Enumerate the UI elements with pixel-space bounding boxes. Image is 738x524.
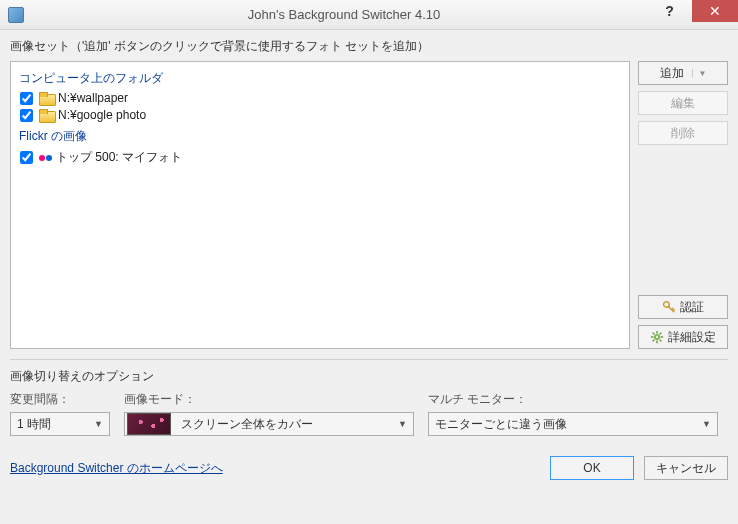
window-title: John's Background Switcher 4.10 xyxy=(30,7,738,22)
help-button[interactable]: ? xyxy=(647,0,692,22)
list-item-label: N:¥wallpaper xyxy=(58,91,128,105)
svg-line-8 xyxy=(660,333,662,335)
homepage-link[interactable]: Background Switcher のホームページへ xyxy=(10,460,223,477)
sets-section-label: 画像セット（'追加' ボタンのクリックで背景に使用するフォト セットを追加） xyxy=(10,38,728,55)
chevron-down-icon: ▼ xyxy=(692,69,707,78)
svg-line-7 xyxy=(660,340,662,342)
mode-combo[interactable]: スクリーン全体をカバー ▼ xyxy=(124,412,414,436)
cancel-button[interactable]: キャンセル xyxy=(644,456,728,480)
gear-icon xyxy=(650,330,664,344)
chevron-down-icon: ▼ xyxy=(94,419,103,429)
auth-button-label: 認証 xyxy=(680,299,704,316)
list-item-checkbox[interactable] xyxy=(20,109,33,122)
key-icon xyxy=(662,300,676,314)
folder-icon xyxy=(39,92,54,104)
mode-value: スクリーン全体をカバー xyxy=(181,416,313,433)
svg-point-0 xyxy=(664,302,670,308)
add-button-label: 追加 xyxy=(660,65,684,82)
title-bar: John's Background Switcher 4.10 ? ✕ xyxy=(0,0,738,30)
edit-button-label: 編集 xyxy=(671,95,695,112)
image-sets-list[interactable]: コンピュータ上のフォルダ N:¥wallpaper N:¥google phot… xyxy=(10,61,630,349)
monitor-value: モニターごとに違う画像 xyxy=(435,416,567,433)
app-icon xyxy=(8,7,24,23)
list-item[interactable]: トップ 500: マイフォト xyxy=(19,149,621,166)
list-item[interactable]: N:¥wallpaper xyxy=(19,91,621,105)
flickr-icon xyxy=(39,155,52,161)
close-button[interactable]: ✕ xyxy=(692,0,738,22)
add-button[interactable]: 追加 ▼ xyxy=(638,61,728,85)
auth-button[interactable]: 認証 xyxy=(638,295,728,319)
options-section-label: 画像切り替えのオプション xyxy=(10,368,728,385)
chevron-down-icon: ▼ xyxy=(398,419,407,429)
svg-point-10 xyxy=(656,336,658,338)
ok-button[interactable]: OK xyxy=(550,456,634,480)
interval-combo[interactable]: 1 時間 ▼ xyxy=(10,412,110,436)
monitor-label: マルチ モニター： xyxy=(428,391,718,408)
svg-line-6 xyxy=(653,333,655,335)
svg-line-9 xyxy=(653,340,655,342)
window-controls: ? ✕ xyxy=(647,0,738,22)
advanced-button[interactable]: 詳細設定 xyxy=(638,325,728,349)
interval-value: 1 時間 xyxy=(17,416,51,433)
monitor-combo[interactable]: モニターごとに違う画像 ▼ xyxy=(428,412,718,436)
advanced-button-label: 詳細設定 xyxy=(668,329,716,346)
chevron-down-icon: ▼ xyxy=(702,419,711,429)
mode-thumbnail xyxy=(127,413,171,435)
list-item[interactable]: N:¥google photo xyxy=(19,108,621,122)
mode-label: 画像モード： xyxy=(124,391,414,408)
list-item-checkbox[interactable] xyxy=(20,151,33,164)
folder-icon xyxy=(39,109,54,121)
list-item-label: トップ 500: マイフォト xyxy=(56,149,182,166)
list-item-checkbox[interactable] xyxy=(20,92,33,105)
group-header-folders: コンピュータ上のフォルダ xyxy=(19,70,621,87)
interval-label: 変更間隔： xyxy=(10,391,110,408)
delete-button-label: 削除 xyxy=(671,125,695,142)
divider xyxy=(10,359,728,360)
group-header-flickr: Flickr の画像 xyxy=(19,128,621,145)
delete-button[interactable]: 削除 xyxy=(638,121,728,145)
list-item-label: N:¥google photo xyxy=(58,108,146,122)
edit-button[interactable]: 編集 xyxy=(638,91,728,115)
